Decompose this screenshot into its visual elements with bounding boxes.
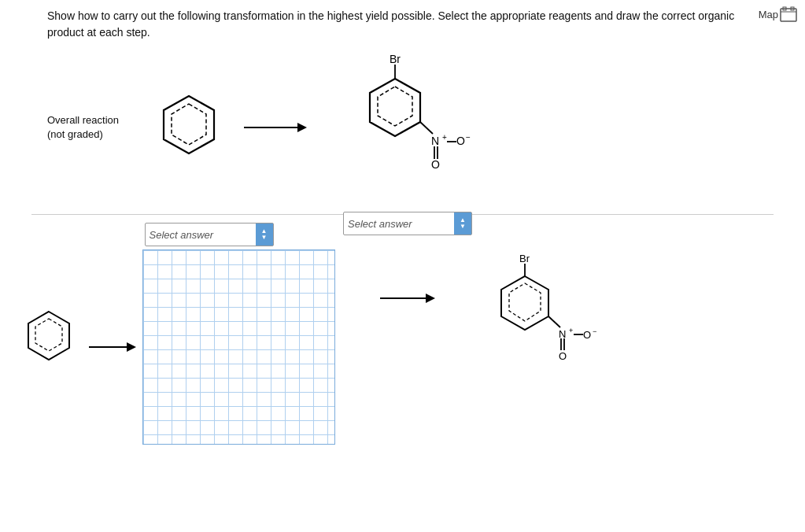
n-label: N [431, 135, 439, 147]
step2-select[interactable]: Select answer [344, 212, 454, 235]
reaction-label: Overall reaction (not graded) [47, 113, 142, 142]
step2-arrow-svg [380, 290, 435, 306]
o-minus-bottom: − [593, 327, 596, 335]
step2-spinner[interactable]: ▲ ▼ [454, 212, 471, 235]
spinner-down[interactable]: ▼ [261, 235, 268, 241]
product-molecule: Br N + O − O [330, 49, 456, 206]
benzene-small [24, 308, 75, 371]
svg-marker-20 [426, 294, 435, 303]
o-bottom-bottom: O [559, 350, 567, 362]
svg-marker-22 [501, 276, 548, 330]
arrow-svg [244, 118, 307, 137]
molecule-area: Br N + O − O [157, 49, 456, 206]
n-plus: + [442, 133, 447, 142]
step1-arrow-svg [89, 339, 136, 355]
step1-spinner[interactable]: ▲ ▼ [256, 224, 273, 246]
step1-select[interactable]: Select answer [146, 224, 256, 246]
benzene-reactant [157, 92, 220, 163]
n-label-bottom: N [559, 328, 566, 340]
drawing-grid[interactable] [142, 249, 335, 445]
br-label-bottom: Br [519, 253, 530, 264]
svg-line-24 [548, 316, 560, 327]
svg-marker-9 [370, 79, 420, 136]
step1-arrow-grid [83, 249, 335, 445]
starting-molecule [24, 308, 75, 375]
overall-reaction-area: Overall reaction (not graded) Br [47, 49, 774, 206]
step1-block: Select answer ▲ ▼ [83, 223, 335, 445]
top-section: Map Show how to carry out the following … [0, 0, 805, 206]
instruction-text: Show how to carry out the following tran… [47, 8, 740, 41]
step1-select-container[interactable]: Select answer ▲ ▼ [145, 223, 274, 246]
svg-marker-16 [35, 319, 62, 351]
reaction-arrow [244, 118, 307, 137]
bottom-section: Select answer ▲ ▼ Select answer ▲ [0, 223, 805, 445]
o-minus-sup: − [466, 133, 471, 142]
svg-marker-7 [297, 123, 307, 132]
br-label: Br [390, 53, 401, 65]
svg-marker-23 [509, 283, 541, 321]
step2-spinner-down[interactable]: ▼ [460, 224, 466, 230]
step2-arrow [380, 290, 435, 309]
svg-marker-5 [172, 104, 206, 145]
product-bottom-svg: Br N + O − O [476, 249, 586, 391]
svg-marker-10 [378, 87, 412, 126]
o-right-bottom: O [583, 329, 591, 341]
product-bottom: Br N + O − O [476, 249, 586, 394]
step2-select-container[interactable]: Select answer ▲ ▼ [343, 212, 472, 235]
n-plus-bottom: + [569, 327, 573, 334]
svg-line-11 [420, 122, 433, 134]
map-icon [780, 6, 797, 22]
o-minus-right: O [456, 135, 465, 147]
svg-marker-18 [127, 342, 136, 352]
map-button[interactable]: Map [759, 6, 797, 22]
map-label: Map [759, 9, 778, 20]
step1-arrow [83, 339, 142, 355]
o-bottom: O [431, 158, 440, 171]
